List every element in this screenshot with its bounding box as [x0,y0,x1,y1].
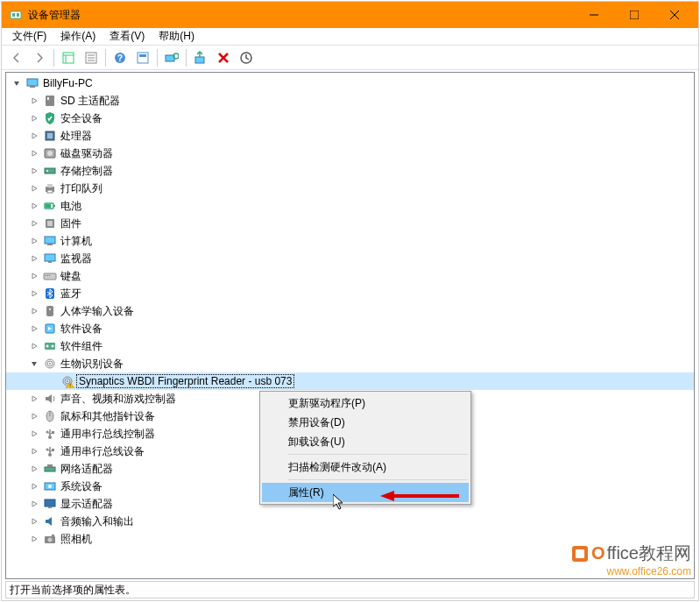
statusbar: 打开当前选择项的属性表。 [5,581,695,598]
show-hide-icon[interactable] [58,47,79,68]
svg-rect-24 [27,79,38,86]
svg-rect-0 [11,11,21,18]
ctx-uninstall[interactable]: 卸载设备(U) [262,432,469,451]
tree-category[interactable]: 音频输入和输出 [6,513,694,530]
svg-rect-43 [47,244,53,245]
svg-rect-51 [46,306,53,316]
maximize-button[interactable] [614,2,654,28]
tree-category[interactable]: 人体学输入设备 [6,302,694,320]
app-icon [9,8,23,22]
tree-category[interactable]: 键盘 [6,267,694,285]
separator [288,479,468,480]
svg-rect-94 [576,549,584,558]
tree-category[interactable]: 生物识别设备 [6,355,694,372]
tree-root[interactable]: BillyFu-PC [6,74,694,92]
ctx-scan[interactable]: 扫描检测硬件改动(A) [262,457,469,477]
scan-icon[interactable] [161,47,182,68]
tree-category[interactable]: 打印队列 [6,180,694,197]
ctx-disable[interactable]: 禁用设备(D) [262,413,469,432]
toolbar: ? [2,46,698,70]
uninstall-icon[interactable] [213,47,234,68]
expander-icon[interactable] [27,111,41,125]
back-button[interactable] [6,47,27,68]
tree-category[interactable]: 处理器 [6,127,694,145]
svg-point-33 [46,170,48,172]
expander-icon[interactable] [27,199,41,213]
ctx-update-driver[interactable]: 更新驱动程序(P) [262,393,469,413]
svg-rect-83 [45,499,55,506]
expander-icon[interactable] [27,357,41,371]
menu-help[interactable]: 帮助(H) [152,27,202,46]
tree-category[interactable]: 磁盘驱动器 [6,145,694,162]
expander-icon[interactable] [27,322,41,336]
svg-rect-41 [47,221,53,226]
expander-icon[interactable] [27,462,41,476]
tree-category[interactable]: 监视器 [6,250,694,267]
expander-icon[interactable] [27,94,41,108]
status-text: 打开当前选择项的属性表。 [10,583,136,598]
tree-category[interactable]: 安全设备 [6,110,694,127]
window-title: 设备管理器 [28,8,574,23]
expander-icon[interactable] [27,304,41,318]
expander-icon[interactable] [27,216,41,230]
svg-rect-7 [63,53,74,63]
svg-rect-25 [30,86,35,88]
tree-category[interactable]: 电池 [6,197,694,215]
expander-icon[interactable] [10,76,24,90]
tree-device[interactable]: !Synaptics WBDI Fingerprint Reader - usb… [6,372,694,390]
update-icon[interactable] [190,47,211,68]
tree-category[interactable]: 计算机 [6,232,694,250]
svg-point-62 [67,380,68,382]
options-icon[interactable] [132,47,153,68]
tree-category[interactable]: 软件组件 [6,337,694,355]
expander-icon[interactable] [27,514,41,528]
help-icon[interactable]: ? [110,47,131,68]
separator [105,49,106,67]
expander-icon[interactable] [27,287,41,301]
expander-icon[interactable] [27,269,41,283]
svg-rect-38 [53,205,55,207]
expander-icon[interactable] [27,427,41,441]
svg-rect-49 [49,275,50,276]
computer-icon [25,76,39,90]
expander-icon[interactable] [27,497,41,511]
svg-rect-2 [17,13,19,17]
svg-rect-32 [45,168,55,174]
svg-point-82 [48,485,52,488]
expander-icon[interactable] [27,251,41,266]
expander-icon[interactable] [27,181,41,195]
expander-icon[interactable] [27,392,41,406]
context-menu: 更新驱动程序(P) 禁用设备(D) 卸载设备(U) 扫描检测硬件改动(A) 属性… [259,391,471,505]
disable-icon[interactable] [236,47,257,68]
expander-icon[interactable] [27,479,41,493]
expander-icon[interactable] [27,409,41,423]
expander-icon[interactable] [27,339,41,353]
svg-rect-1 [12,13,15,17]
menu-action[interactable]: 操作(A) [53,27,103,46]
tree-category[interactable]: 存储控制器 [6,162,694,180]
svg-rect-84 [48,506,52,508]
svg-rect-17 [139,54,146,57]
expander-icon[interactable] [27,532,41,546]
tree-category[interactable]: 蓝牙 [6,285,694,302]
close-button[interactable] [654,2,695,28]
watermark-office26: Office教程网 www.office26.com [570,542,691,577]
menu-view[interactable]: 查看(V) [103,27,152,46]
expander-icon[interactable] [27,129,41,143]
svg-rect-42 [45,237,55,244]
separator [157,49,158,67]
tree-category[interactable]: 软件设备 [6,320,694,337]
svg-rect-46 [44,273,56,280]
properties-icon[interactable] [81,47,102,68]
menu-file[interactable]: 文件(F) [5,27,53,46]
minimize-button[interactable] [574,2,614,28]
tree-category[interactable]: SD 主适配器 [6,92,694,110]
svg-point-52 [49,308,51,310]
tree-category[interactable]: 固件 [6,215,694,232]
expander-icon[interactable] [27,164,41,178]
expander-icon[interactable] [27,444,41,458]
svg-rect-48 [47,275,48,276]
expander-icon[interactable] [27,234,41,248]
forward-button[interactable] [29,47,50,68]
expander-icon[interactable] [27,146,41,160]
